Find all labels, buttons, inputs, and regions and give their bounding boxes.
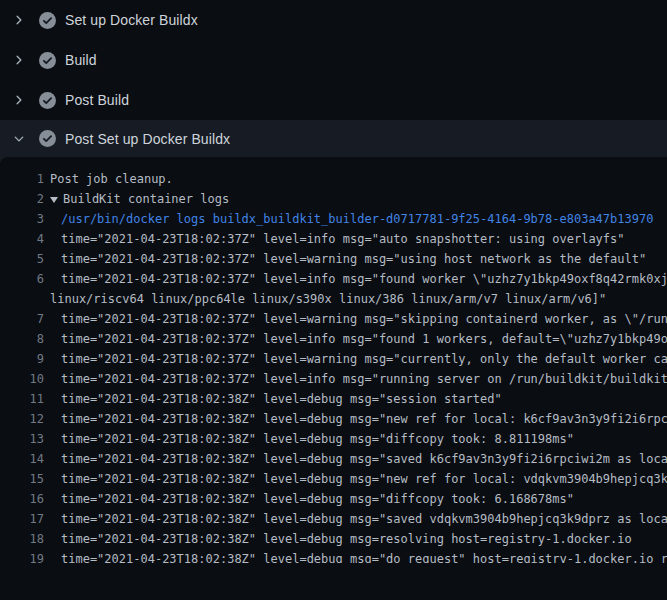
line-number[interactable]: 12 xyxy=(0,409,44,429)
log-line: 15time="2021-04-23T18:02:38Z" level=debu… xyxy=(0,469,667,489)
line-number[interactable]: 18 xyxy=(0,529,44,549)
log-text: time="2021-04-23T18:02:38Z" level=debug … xyxy=(61,489,574,509)
line-number[interactable]: 13 xyxy=(0,429,44,449)
line-number[interactable]: 3 xyxy=(0,209,44,229)
step-setup-docker-buildx[interactable]: Set up Docker Buildx xyxy=(0,0,667,40)
line-number[interactable]: 19 xyxy=(0,549,44,563)
log-text: time="2021-04-23T18:02:38Z" level=debug … xyxy=(61,429,574,449)
log-group-toggle[interactable]: 2BuildKit container logs xyxy=(0,189,667,209)
actions-log-viewer: Set up Docker Buildx Build Post Build xyxy=(0,0,667,600)
step-label: Build xyxy=(65,52,97,68)
log-text: time="2021-04-23T18:02:37Z" level=info m… xyxy=(61,229,625,249)
step-label: Post Set up Docker Buildx xyxy=(65,131,230,147)
log-text: Post job cleanup. xyxy=(50,169,173,189)
check-circle-icon xyxy=(39,52,56,69)
log-text: time="2021-04-23T18:02:37Z" level=warnin… xyxy=(61,309,667,329)
step-post-build[interactable]: Post Build xyxy=(0,80,667,120)
line-number[interactable]: 2 xyxy=(0,189,44,209)
check-circle-icon xyxy=(39,92,56,109)
log-panel: 1Post job cleanup.2BuildKit container lo… xyxy=(0,157,667,563)
log-line: 14time="2021-04-23T18:02:38Z" level=debu… xyxy=(0,449,667,469)
line-number[interactable]: 14 xyxy=(0,449,44,469)
chevron-right-icon xyxy=(13,94,25,106)
log-line: 16time="2021-04-23T18:02:38Z" level=debu… xyxy=(0,489,667,509)
log-text: time="2021-04-23T18:02:38Z" level=debug … xyxy=(61,549,667,563)
line-number[interactable]: 8 xyxy=(0,329,44,349)
line-number[interactable]: 7 xyxy=(0,309,44,329)
line-number xyxy=(0,289,44,309)
log-text: time="2021-04-23T18:02:37Z" level=warnin… xyxy=(61,349,667,369)
log-line: 12time="2021-04-23T18:02:38Z" level=debu… xyxy=(0,409,667,429)
log-line: 3/usr/bin/docker logs buildx_buildkit_bu… xyxy=(0,209,667,229)
log-line: 11time="2021-04-23T18:02:38Z" level=debu… xyxy=(0,389,667,409)
command-text: /usr/bin/docker logs buildx_buildkit_bui… xyxy=(61,209,653,229)
log-text: time="2021-04-23T18:02:38Z" level=debug … xyxy=(61,449,667,469)
log-text: time="2021-04-23T18:02:38Z" level=debug … xyxy=(61,409,667,429)
log-line: 13time="2021-04-23T18:02:38Z" level=debu… xyxy=(0,429,667,449)
log-line: 7time="2021-04-23T18:02:37Z" level=warni… xyxy=(0,309,667,329)
line-number[interactable]: 4 xyxy=(0,229,44,249)
line-number[interactable]: 16 xyxy=(0,489,44,509)
log-line: 1Post job cleanup. xyxy=(0,169,667,189)
log-line: 5time="2021-04-23T18:02:37Z" level=warni… xyxy=(0,249,667,269)
chevron-down-icon xyxy=(13,133,25,145)
line-number[interactable]: 11 xyxy=(0,389,44,409)
line-number[interactable]: 15 xyxy=(0,469,44,489)
log-text: time="2021-04-23T18:02:38Z" level=debug … xyxy=(61,389,502,409)
log-text: time="2021-04-23T18:02:38Z" level=debug … xyxy=(61,509,667,529)
log-text: time="2021-04-23T18:02:37Z" level=warnin… xyxy=(61,249,646,269)
chevron-right-icon xyxy=(13,54,25,66)
line-number[interactable]: 17 xyxy=(0,509,44,529)
log-text: time="2021-04-23T18:02:38Z" level=debug … xyxy=(61,469,667,489)
step-label: Post Build xyxy=(65,92,129,108)
log-line: 10time="2021-04-23T18:02:37Z" level=info… xyxy=(0,369,667,389)
step-post-setup-docker-buildx[interactable]: Post Set up Docker Buildx xyxy=(0,120,667,157)
log-line: linux/riscv64 linux/ppc64le linux/s390x … xyxy=(0,289,667,309)
log-line: 9time="2021-04-23T18:02:37Z" level=warni… xyxy=(0,349,667,369)
line-number[interactable]: 5 xyxy=(0,249,44,269)
line-number[interactable]: 6 xyxy=(0,269,44,289)
log-text: BuildKit container logs xyxy=(50,189,229,209)
log-line: 8time="2021-04-23T18:02:37Z" level=info … xyxy=(0,329,667,349)
log-line: 19time="2021-04-23T18:02:38Z" level=debu… xyxy=(0,549,667,563)
log-line: 18time="2021-04-23T18:02:38Z" level=debu… xyxy=(0,529,667,549)
log-text: linux/riscv64 linux/ppc64le linux/s390x … xyxy=(50,289,606,309)
check-circle-icon xyxy=(39,12,56,29)
log-line: 17time="2021-04-23T18:02:38Z" level=debu… xyxy=(0,509,667,529)
log-text: time="2021-04-23T18:02:37Z" level=info m… xyxy=(61,369,667,389)
line-number[interactable]: 9 xyxy=(0,349,44,369)
line-number[interactable]: 10 xyxy=(0,369,44,389)
expanded-step-section: Post Set up Docker Buildx 1Post job clea… xyxy=(0,120,667,563)
log-line: 4time="2021-04-23T18:02:37Z" level=info … xyxy=(0,229,667,249)
line-number[interactable]: 1 xyxy=(0,169,44,189)
log-text: time="2021-04-23T18:02:37Z" level=info m… xyxy=(61,269,667,289)
step-label: Set up Docker Buildx xyxy=(65,12,198,28)
log-text: time="2021-04-23T18:02:38Z" level=debug … xyxy=(61,529,632,549)
step-build[interactable]: Build xyxy=(0,40,667,80)
triangle-down-icon xyxy=(50,197,58,203)
chevron-right-icon xyxy=(13,14,25,26)
log-text: time="2021-04-23T18:02:37Z" level=info m… xyxy=(61,329,667,349)
log-line: 6time="2021-04-23T18:02:37Z" level=info … xyxy=(0,269,667,289)
check-circle-icon xyxy=(39,130,56,147)
